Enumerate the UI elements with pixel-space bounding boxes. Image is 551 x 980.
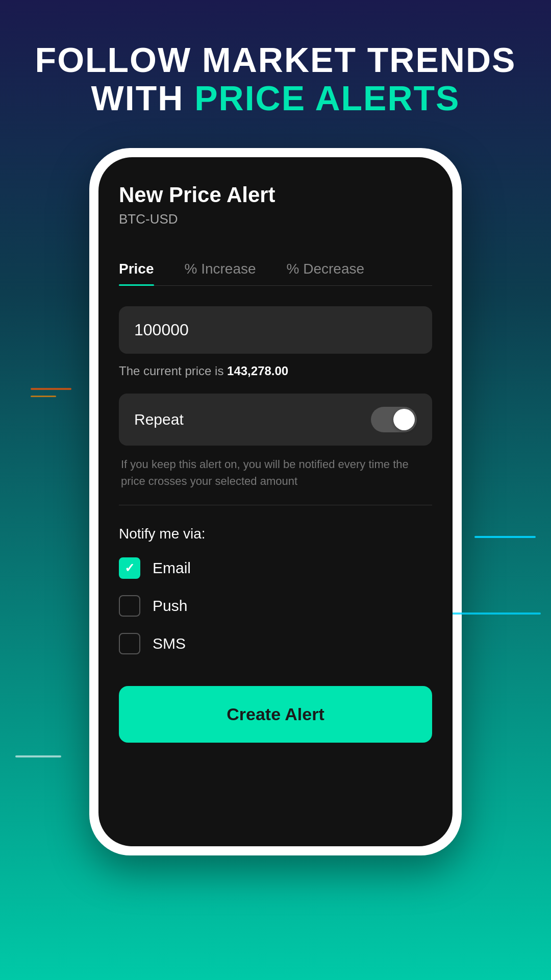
price-input[interactable] [134, 321, 417, 339]
tab-percent-decrease[interactable]: % Decrease [287, 253, 365, 285]
phone-wrapper: New Price Alert BTC-USD Price % Increase… [0, 148, 551, 855]
tab-percent-increase[interactable]: % Increase [185, 253, 256, 285]
repeat-toggle[interactable] [371, 407, 417, 432]
bg-decoration-5 [15, 755, 61, 757]
tab-price[interactable]: Price [119, 253, 154, 285]
push-checkbox-row: Push [119, 595, 432, 617]
repeat-label: Repeat [134, 411, 184, 428]
header-line2: WITH PRICE ALERTS [0, 79, 551, 117]
email-checkbox-row: Email [119, 557, 432, 579]
sms-label: SMS [153, 635, 186, 652]
bg-decoration-3 [474, 536, 536, 538]
header-line2-plain: WITH [91, 79, 195, 117]
toggle-knob [393, 409, 415, 430]
notify-label: Notify me via: [119, 526, 432, 542]
alert-type-tabs: Price % Increase % Decrease [119, 253, 432, 286]
create-alert-button[interactable]: Create Alert [119, 686, 432, 743]
push-checkbox[interactable] [119, 595, 140, 617]
phone-inner: New Price Alert BTC-USD Price % Increase… [98, 157, 453, 846]
push-label: Push [153, 597, 187, 615]
page-title: New Price Alert [119, 183, 432, 207]
email-checkbox[interactable] [119, 557, 140, 579]
trading-pair: BTC-USD [119, 211, 432, 227]
sms-checkbox[interactable] [119, 633, 140, 654]
header-line2-accent: PRICE ALERTS [194, 79, 460, 117]
page-header: FOLLOW MARKET TRENDS WITH PRICE ALERTS [0, 0, 551, 148]
repeat-description: If you keep this alert on, you will be n… [119, 456, 432, 489]
section-divider [119, 505, 432, 505]
bg-decoration-2 [31, 396, 56, 397]
sms-checkbox-row: SMS [119, 633, 432, 654]
repeat-toggle-row: Repeat [119, 394, 432, 446]
header-line1: FOLLOW MARKET TRENDS [0, 41, 551, 79]
bg-decoration-4 [449, 612, 541, 615]
bg-decoration-1 [31, 388, 71, 390]
phone-frame: New Price Alert BTC-USD Price % Increase… [89, 148, 462, 855]
email-label: Email [153, 559, 191, 577]
price-input-container [119, 306, 432, 354]
current-price-display: The current price is 143,278.00 [119, 364, 432, 378]
